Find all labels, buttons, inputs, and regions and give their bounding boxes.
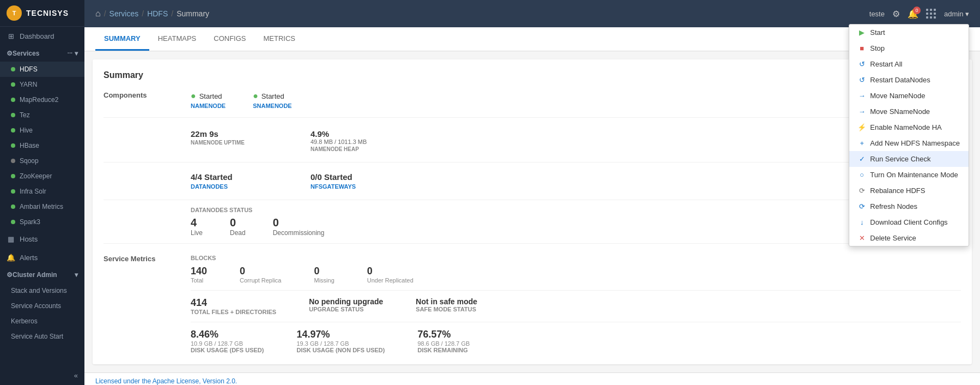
tez-status-dot: [11, 113, 15, 117]
settings-icon[interactable]: ⚙: [892, 9, 900, 19]
uptime-metric: 22m 9s NAMENODE UPTIME: [191, 126, 256, 155]
sidebar-item-kerberos[interactable]: Kerberos: [0, 314, 84, 329]
sidebar-item-cluster-admin[interactable]: ⚙ Cluster Admin ▾: [0, 267, 84, 283]
sidebar-item-yarn[interactable]: YARN: [0, 77, 84, 92]
action-rebalance-hdfs[interactable]: ⟳ Rebalance HDFS: [849, 183, 969, 198]
hosts-icon: ▦: [7, 234, 15, 243]
tab-metrics[interactable]: METRICS: [254, 28, 304, 51]
datanodes-link[interactable]: DATANODES: [191, 183, 256, 190]
notification-bell[interactable]: 🔔 0: [908, 9, 918, 19]
app-grid-icon[interactable]: [926, 9, 936, 19]
home-icon[interactable]: ⌂: [95, 9, 101, 19]
sidebar-item-services[interactable]: ⚙ Services ··· ▾: [0, 45, 84, 62]
action-add-namespace[interactable]: + Add New HDFS Namespace: [849, 135, 969, 151]
sidebar-item-mapreduce2[interactable]: MapReduce2: [0, 92, 84, 107]
blocks-corrupt-label: Corrupt Replica: [240, 277, 281, 284]
tab-heatmaps[interactable]: HEATMAPS: [149, 28, 205, 51]
action-move-snamenode[interactable]: → Move SNameNode: [849, 104, 969, 119]
run-check-icon: ✓: [858, 155, 866, 163]
disk-dfs-label: DISK USAGE (DFS USED): [191, 347, 264, 353]
dead-label: Dead: [230, 229, 246, 237]
sidebar-item-alerts[interactable]: 🔔 Alerts: [0, 248, 84, 267]
sidebar-item-ambari-metrics[interactable]: Ambari Metrics: [0, 199, 84, 214]
blocks-missing-label: Missing: [314, 277, 334, 284]
breadcrumb-services[interactable]: Services: [109, 9, 139, 18]
sidebar-item-hive[interactable]: Hive: [0, 123, 84, 138]
decommissioning-label: Decommissioning: [273, 229, 325, 237]
restart-datanodes-icon: ↺: [858, 76, 866, 84]
action-run-service-check[interactable]: ✓ Run Service Check: [849, 151, 969, 167]
tab-configs[interactable]: CONFIGS: [205, 28, 254, 51]
action-move-namenode[interactable]: → Move NameNode: [849, 88, 969, 104]
sidebar-item-tez[interactable]: Tez: [0, 107, 84, 123]
heap-detail: 49.8 MB / 1011.3 MB: [311, 139, 376, 145]
namenode-status-icon: ●: [191, 91, 196, 101]
blocks-total-label: Total: [191, 277, 207, 284]
tab-summary[interactable]: SUMMARY: [95, 28, 149, 51]
sidebar-item-dashboard[interactable]: ⊞ Dashboard: [0, 27, 84, 45]
cluster-icon: ⚙: [7, 271, 13, 279]
nfsgateways-metric: 0/0 Started NFSGATEWAYS: [311, 169, 376, 193]
action-restart-all[interactable]: ↺ Restart All: [849, 56, 969, 72]
action-start[interactable]: ▶ Start: [849, 27, 969, 40]
sidebar-collapse-button[interactable]: «: [0, 366, 84, 385]
refresh-nodes-icon: ⟳: [858, 202, 866, 210]
sidebar-item-zookeeper[interactable]: ZooKeeper: [0, 169, 84, 184]
upgrade-status-value: No pending upgrade: [309, 297, 383, 306]
topbar-right: teste ⚙ 🔔 0 admin: [869, 9, 969, 19]
sidebar-item-hdfs[interactable]: HDFS: [0, 62, 84, 77]
datanodes-row: 4/4 Started DATANODES 0/0 Started NFSGAT…: [104, 169, 961, 200]
sidebar-item-infra-solr[interactable]: Infra Solr: [0, 184, 84, 199]
main-content: ⌂ / Services / HDFS / Summary teste ⚙ 🔔 …: [84, 0, 980, 385]
sidebar-item-sqoop[interactable]: Sqoop: [0, 153, 84, 169]
action-stop[interactable]: ■ Stop: [849, 40, 969, 56]
breadcrumb-separator-3: /: [171, 9, 173, 18]
blocks-corrupt-value: 0: [240, 266, 281, 277]
action-refresh-nodes[interactable]: ⟳ Refresh Nodes: [849, 198, 969, 214]
sidebar-item-spark3[interactable]: Spark3: [0, 214, 84, 230]
datanodes-started: 4/4 Started: [191, 172, 256, 182]
action-maintenance-mode[interactable]: ○ Turn On Maintenance Mode: [849, 167, 969, 183]
uptime-label: NAMENODE UPTIME: [191, 140, 256, 146]
topbar: ⌂ / Services / HDFS / Summary teste ⚙ 🔔 …: [84, 0, 980, 27]
files-row: 414 TOTAL FILES + DIRECTORIES No pending…: [191, 297, 961, 322]
zookeeper-status-dot: [11, 174, 15, 178]
upgrade-status-label: UPGRADE STATUS: [309, 306, 383, 312]
sidebar-item-hbase[interactable]: HBase: [0, 138, 84, 153]
dead-metric: 0 Dead: [230, 216, 246, 237]
action-restart-datanodes[interactable]: ↺ Restart DataNodes: [849, 72, 969, 88]
namenode-link[interactable]: NAMENODE: [191, 103, 226, 109]
sidebar-item-service-auto-start[interactable]: Service Auto Start: [0, 329, 84, 344]
spark3-status-dot: [11, 220, 15, 224]
live-metric: 4 Live: [191, 216, 203, 237]
footer-license-link[interactable]: Licensed under the Apache License, Versi…: [95, 377, 237, 385]
breadcrumb-hdfs[interactable]: HDFS: [147, 9, 168, 18]
action-delete-service[interactable]: ✕ Delete Service: [849, 230, 969, 246]
sidebar-header: T TECNISYS: [0, 0, 84, 27]
footer: Licensed under the Apache License, Versi…: [84, 372, 980, 385]
nfsgateways-link[interactable]: NFSGATEWAYS: [311, 183, 376, 190]
components-section: Components ● Started NAMENODE ● Started: [104, 91, 961, 118]
sidebar-item-service-accounts[interactable]: Service Accounts: [0, 298, 84, 314]
collapse-icon: «: [74, 371, 78, 380]
disk-remaining-value: 76.57%: [417, 329, 470, 340]
sidebar-item-hosts[interactable]: ▦ Hosts: [0, 230, 84, 248]
action-enable-ha[interactable]: ⚡ Enable NameNode HA: [849, 119, 969, 135]
disk-non-dfs-label: DISK USAGE (NON DFS USED): [296, 347, 385, 353]
disk-dfs-metric: 8.46% 10.9 GB / 128.7 GB DISK USAGE (DFS…: [191, 329, 264, 353]
action-download-client-configs[interactable]: ↓ Download Client Configs: [849, 214, 969, 230]
topbar-admin-menu[interactable]: admin: [944, 10, 969, 18]
download-icon: ↓: [858, 218, 866, 226]
dead-value: 0: [230, 216, 246, 229]
alerts-icon: 🔔: [7, 253, 15, 262]
add-namespace-icon: +: [858, 139, 866, 147]
disk-remaining-metric: 76.57% 98.6 GB / 128.7 GB DISK REMAINING: [417, 329, 470, 353]
service-metrics-label: Service Metrics: [104, 255, 155, 263]
total-files-metric: 414 TOTAL FILES + DIRECTORIES: [191, 297, 276, 315]
uptime-value: 22m 9s: [191, 129, 256, 139]
decommissioning-value: 0: [273, 216, 325, 229]
blocks-under-value: 0: [367, 266, 413, 277]
snamenode-link[interactable]: SNAMENODE: [253, 103, 292, 109]
sidebar-item-stack-versions[interactable]: Stack and Versions: [0, 283, 84, 298]
ambari-metrics-status-dot: [11, 204, 15, 209]
